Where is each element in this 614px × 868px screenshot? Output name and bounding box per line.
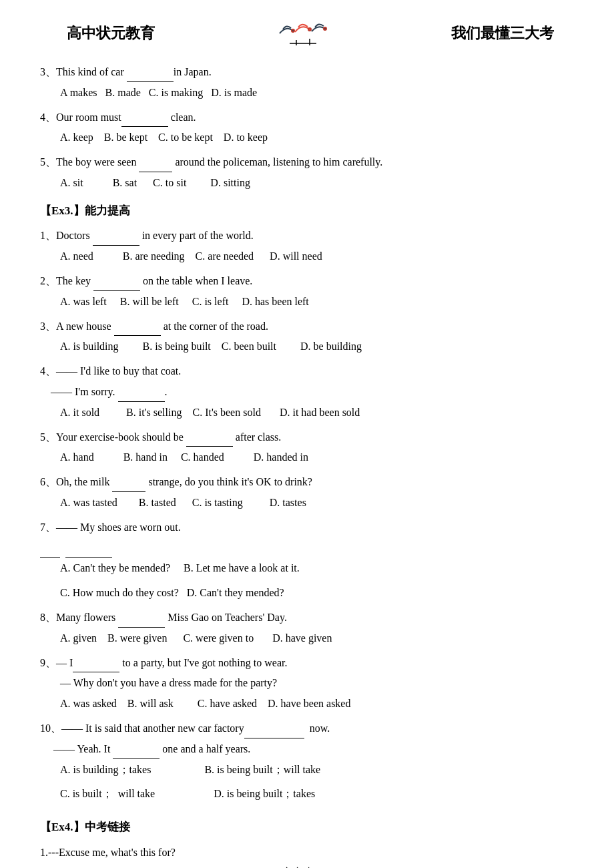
question-5-options: A. sit B. sat C. to sit D. sitting <box>40 174 581 193</box>
ex3-q7-line1: 7、—— My shoes are worn out. <box>40 518 581 537</box>
blank-ex3-10b <box>113 747 160 759</box>
ex3-q7-options2: C. How much do they cost? D. Can't they … <box>40 584 581 603</box>
dash-line-7 <box>40 557 60 558</box>
blank-ex3-6 <box>112 480 145 492</box>
svg-point-0 <box>292 29 294 32</box>
ex3-q6-options: A. was tasted B. tasted C. is tasting D.… <box>40 493 581 513</box>
dash-line2-7 <box>65 557 112 558</box>
blank-ex3-10a <box>244 726 304 738</box>
blank-ex3-3 <box>114 324 161 336</box>
question-5-text: 5、The boy were seen around the policeman… <box>40 153 581 172</box>
question-4: 4、Our room must clean. A. keep B. be kep… <box>40 108 581 148</box>
ex3-q3-text: 3、A new house at the corner of the road. <box>40 317 581 337</box>
ex3-q5-options: A. hand B. hand in C. handed D. handed i… <box>40 448 581 467</box>
ex4-q1-line2: ---It's a cleaner and it to pick up dirt… <box>40 863 581 868</box>
blank-ex3-8 <box>118 616 165 628</box>
ex3-q10-options1: A. is building；takes B. is being built；w… <box>40 761 581 780</box>
ex3-q2-text: 2、The key on the table when I leave. <box>40 272 581 291</box>
blank-ex3-9 <box>73 660 119 672</box>
ex3-q9-options: A. was asked B. will ask C. have asked D… <box>40 694 581 714</box>
ex3-q9: 9、— I to a party, but I've got nothing t… <box>40 654 581 714</box>
ex3-q5-text: 5、Your exercise-book should be after cla… <box>40 428 581 447</box>
question-3-options: A makes B. made C. is making D. is made <box>40 83 581 103</box>
ex3-q7-options1: A. Can't they be mended? B. Let me have … <box>40 559 581 578</box>
ex3-q8: 8、Many flowers Miss Gao on Teachers' Day… <box>40 608 581 648</box>
question-3: 3、This kind of car in Japan. A makes B. … <box>40 63 581 103</box>
ex3-q7-line2 <box>40 539 581 558</box>
ex3-q7: 7、—— My shoes are worn out. A. Can't the… <box>40 518 581 603</box>
question-4-options: A. keep B. be kept C. to be kept D. to k… <box>40 128 581 148</box>
page-header: 高中状元教育 我们最懂三大考 <box>40 20 581 47</box>
ex4-q1-line1: 1.---Excuse me, what's this for? <box>40 843 581 863</box>
ex3-q8-text: 8、Many flowers Miss Gao on Teachers' Day… <box>40 608 581 628</box>
header-left-title: 高中状元教育 <box>67 23 155 43</box>
ex3-q4-line2: —— I'm sorry. . <box>40 383 581 402</box>
ex3-q3-options: A. is building B. is being built C. been… <box>40 337 581 357</box>
ex3-q2-options: A. was left B. will be left C. is left D… <box>40 292 581 312</box>
ex3-q1-text: 1、Doctors in every part of the world. <box>40 226 581 246</box>
blank-ex3-5 <box>186 435 233 447</box>
ex3-q4-line1: 4、—— I'd like to buy that coat. <box>40 362 581 381</box>
question-5: 5、The boy were seen around the policeman… <box>40 153 581 193</box>
blank-ex3-2 <box>93 279 140 291</box>
ex3-q10-options2: C. is built； will take D. is being built… <box>40 785 581 804</box>
svg-point-1 <box>308 28 311 31</box>
main-content: 3、This kind of car in Japan. A makes B. … <box>40 63 581 868</box>
blank-ex3-1 <box>93 234 139 246</box>
blank-5 <box>139 160 172 172</box>
header-right-title: 我们最懂三大考 <box>451 23 554 43</box>
ex3-q9-line1: 9、— I to a party, but I've got nothing t… <box>40 654 581 673</box>
ex3-q4: 4、—— I'd like to buy that coat. —— I'm s… <box>40 362 581 422</box>
ex3-title: 【Ex3.】能力提高 <box>40 201 581 222</box>
ex4-q1: 1.---Excuse me, what's this for? ---It's… <box>40 843 581 868</box>
blank-3 <box>127 70 174 82</box>
question-3-text: 3、This kind of car in Japan. <box>40 63 581 82</box>
header-logo-icon <box>276 20 330 47</box>
blank-ex3-4 <box>118 390 165 402</box>
ex3-q6: 6、Oh, the milk strange, do you think it'… <box>40 473 581 513</box>
ex4-title: 【Ex4.】中考链接 <box>40 817 581 838</box>
ex3-q3: 3、A new house at the corner of the road.… <box>40 317 581 357</box>
ex3-q1: 1、Doctors in every part of the world. A.… <box>40 226 581 266</box>
question-4-text: 4、Our room must clean. <box>40 108 581 128</box>
ex3-q4-options: A. it sold B. it's selling C. It's been … <box>40 403 581 423</box>
ex3-q10-line2: —— Yeah. It one and a half years. <box>40 740 581 759</box>
svg-point-2 <box>324 27 326 30</box>
blank-4 <box>121 115 168 127</box>
ex3-q2: 2、The key on the table when I leave. A. … <box>40 272 581 312</box>
ex3-q10: 10、—— It is said that another new car fa… <box>40 719 581 804</box>
ex3-q10-line1: 10、—— It is said that another new car fa… <box>40 719 581 738</box>
ex3-q9-line2: — Why don't you have a dress made for th… <box>40 674 581 693</box>
ex3-q5: 5、Your exercise-book should be after cla… <box>40 428 581 468</box>
ex3-q8-options: A. given B. were given C. were given to … <box>40 629 581 648</box>
ex3-q6-text: 6、Oh, the milk strange, do you think it'… <box>40 473 581 492</box>
ex3-q1-options: A. need B. are needing C. are needed D. … <box>40 247 581 266</box>
